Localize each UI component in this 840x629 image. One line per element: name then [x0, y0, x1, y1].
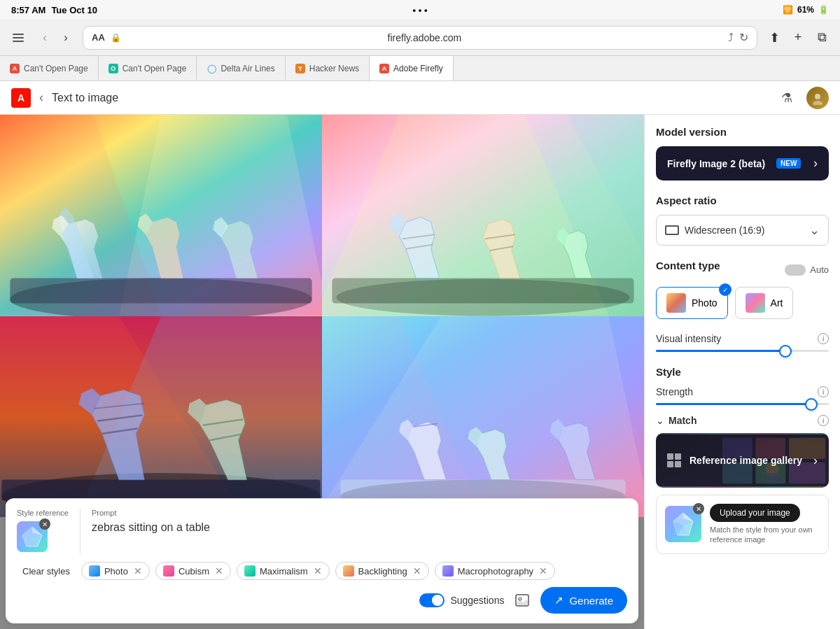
tag-photo[interactable]: Photo ✕ — [81, 562, 150, 580]
match-chevron-icon: ⌄ — [656, 415, 664, 426]
signal-icon: 🛜 — [783, 5, 793, 15]
bookmark-icon[interactable]: ⤴ — [728, 31, 734, 44]
grid-image-4[interactable] — [322, 316, 644, 518]
reference-image-gallery-card[interactable]: Reference image gallery › — [656, 433, 829, 488]
grid-image-1[interactable] — [0, 115, 322, 316]
upload-right-section: Upload your image Match the style from y… — [710, 504, 820, 545]
visual-intensity-section: Visual intensity i — [656, 333, 829, 352]
style-section-label: Style — [656, 366, 829, 378]
tab-hacker-news[interactable]: Y Hacker News — [286, 56, 370, 80]
tab-adobe-firefly[interactable]: A Adobe Firefly — [370, 56, 454, 80]
svg-point-3 — [815, 94, 820, 99]
style-ref-label: Style reference — [17, 509, 69, 517]
tag-macrophotography[interactable]: Macrophotography ✕ — [435, 562, 555, 580]
user-avatar[interactable] — [806, 87, 829, 109]
tab-cant-open-1[interactable]: A Can't Open Page — [0, 56, 99, 80]
tab-favicon-2: O — [108, 64, 118, 73]
tag-backlighting[interactable]: Backlighting ✕ — [335, 562, 429, 580]
tag-macrophotography-remove[interactable]: ✕ — [539, 565, 547, 577]
model-version-card[interactable]: Firefly Image 2 (beta) NEW › — [656, 146, 829, 181]
main-content: Style reference — [0, 115, 840, 629]
status-day: Tue Oct 10 — [51, 5, 97, 15]
strength-slider[interactable] — [656, 403, 829, 405]
generate-label: Generate — [569, 595, 613, 607]
vi-slider-track — [656, 350, 829, 352]
app-header: A ‹ Text to image ⚗ — [0, 81, 840, 115]
security-lock-icon: 🔒 — [111, 33, 121, 43]
content-option-art[interactable]: Art — [735, 287, 794, 319]
tabs-button[interactable]: ⧉ — [812, 28, 832, 48]
back-nav-button[interactable]: ‹ — [35, 28, 55, 48]
tab-favicon-1: A — [10, 64, 20, 73]
image-grid — [0, 115, 644, 517]
upload-remove-button[interactable]: ✕ — [693, 503, 704, 514]
sidebar-toggle-button[interactable] — [8, 28, 28, 48]
tab-cant-open-2[interactable]: O Can't Open Page — [99, 56, 197, 80]
grid-image-3[interactable] — [0, 316, 322, 518]
svg-rect-9 — [10, 278, 312, 304]
match-row[interactable]: ⌄ Match i — [656, 415, 829, 426]
aspect-ratio-select[interactable]: Widescreen (16:9) ⌄ — [656, 215, 829, 246]
upload-thumbnail: ✕ — [665, 506, 701, 542]
content-type-label: Content type — [656, 260, 720, 271]
photo-selected-check: ✓ — [719, 283, 732, 296]
prompt-label: Prompt — [92, 509, 627, 517]
photo-thumbnail — [666, 293, 686, 313]
tag-maximalism-icon — [244, 565, 255, 577]
content-type-section: Content type Auto ✓ Photo Art — [656, 260, 829, 319]
auto-toggle-switch[interactable] — [785, 264, 806, 276]
tag-cubism-label: Cubism — [178, 566, 209, 577]
upload-your-image-button[interactable]: Upload your image — [710, 504, 800, 522]
app-back-button[interactable]: ‹ — [39, 90, 43, 105]
tab-favicon-4: Y — [295, 64, 305, 73]
new-tab-button[interactable]: + — [788, 28, 808, 48]
prompt-text[interactable]: zebras sitting on a table — [92, 521, 627, 534]
right-panel: Model version Firefly Image 2 (beta) NEW… — [644, 115, 840, 629]
visual-intensity-slider[interactable] — [656, 350, 829, 352]
prompt-text-area[interactable]: Prompt zebras sitting on a table — [92, 509, 627, 555]
suggestions-toggle-area: Suggestions — [419, 593, 504, 607]
tab-label-4: Hacker News — [309, 64, 359, 73]
svg-rect-1 — [13, 37, 24, 38]
tag-cubism-remove[interactable]: ✕ — [215, 565, 223, 577]
header-right-actions: ⚗ — [776, 87, 829, 109]
tag-backlighting-remove[interactable]: ✕ — [413, 565, 421, 577]
tag-photo-icon — [89, 565, 100, 577]
tag-photo-remove[interactable]: ✕ — [134, 565, 142, 577]
experiments-button[interactable]: ⚗ — [776, 87, 798, 109]
vi-slider-thumb[interactable] — [779, 345, 792, 358]
strength-info-icon[interactable]: i — [818, 386, 829, 397]
generate-button[interactable]: ↗ Generate — [540, 587, 627, 614]
tag-cubism[interactable]: Cubism ✕ — [155, 562, 231, 580]
tag-macrophotography-label: Macrophotography — [458, 566, 533, 577]
url-text[interactable]: firefly.adobe.com — [127, 32, 722, 43]
photo-label: Photo — [692, 297, 718, 309]
forward-nav-button[interactable]: › — [56, 28, 76, 48]
url-bar[interactable]: AA 🔒 firefly.adobe.com ⤴ ↻ — [83, 26, 757, 50]
page-title: Text to image — [52, 92, 118, 104]
auto-toggle-label: Auto — [810, 264, 829, 275]
match-label: Match — [668, 415, 696, 426]
content-option-photo[interactable]: ✓ Photo — [656, 287, 728, 319]
visual-intensity-info-icon[interactable]: i — [818, 333, 829, 344]
refresh-icon[interactable]: ↻ — [739, 31, 748, 44]
tab-label-1: Can't Open Page — [24, 64, 88, 73]
strength-slider-thumb[interactable] — [805, 398, 818, 411]
aspect-select-left: Widescreen (16:9) — [665, 225, 764, 236]
add-media-button[interactable] — [512, 591, 532, 610]
style-tags-row: Clear styles Photo ✕ Cubism ✕ Maximalism… — [17, 562, 627, 580]
tag-maximalism-remove[interactable]: ✕ — [314, 565, 322, 577]
tab-delta[interactable]: ◯ Delta Air Lines — [197, 56, 285, 80]
share-button[interactable]: ⬆ — [764, 28, 784, 48]
match-info-icon[interactable]: i — [818, 415, 829, 426]
style-ref-remove-button[interactable]: ✕ — [39, 518, 50, 530]
tag-backlighting-icon — [343, 565, 354, 577]
grid-image-2[interactable] — [322, 115, 644, 316]
model-card-left: Firefly Image 2 (beta) NEW — [667, 158, 801, 169]
suggestions-toggle-switch[interactable] — [419, 593, 444, 607]
clear-styles-button[interactable]: Clear styles — [17, 563, 76, 579]
tag-maximalism[interactable]: Maximalism ✕ — [237, 562, 330, 580]
font-size-control[interactable]: AA — [92, 32, 105, 43]
toggle-knob — [432, 595, 443, 606]
aspect-ratio-icon — [665, 225, 679, 235]
